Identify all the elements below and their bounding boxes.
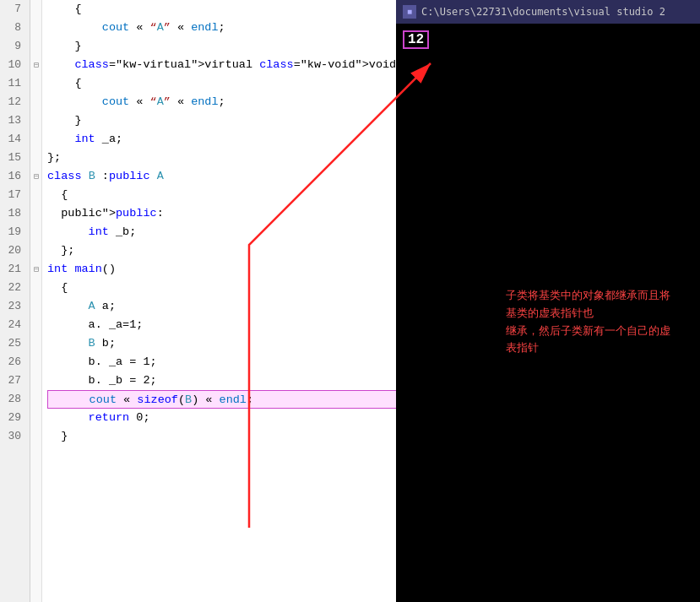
fold-button bbox=[30, 149, 42, 167]
line-number: 10 bbox=[0, 56, 24, 74]
fold-button bbox=[30, 74, 42, 93]
line-number: 27 bbox=[0, 372, 24, 390]
line-numbers: 7891011121314151617181920212223242526272… bbox=[0, 0, 30, 602]
code-line: B b; bbox=[47, 334, 405, 353]
fold-button bbox=[30, 241, 42, 260]
code-line: int _a; bbox=[47, 130, 405, 149]
line-number: 18 bbox=[0, 204, 24, 223]
line-number: 7 bbox=[0, 0, 24, 19]
code-line: } bbox=[47, 37, 405, 56]
fold-button bbox=[30, 372, 42, 390]
line-number: 24 bbox=[0, 316, 24, 334]
code-line: { bbox=[47, 0, 405, 19]
annotation-text: 子类将基类中的对象都继承而且将基类的虚表指针也 继承，然后子类新有一个自己的虚表… bbox=[506, 287, 675, 357]
code-line: }; bbox=[47, 241, 405, 260]
code-line: int main() bbox=[47, 260, 405, 279]
code-line: { bbox=[47, 186, 405, 204]
fold-button bbox=[30, 390, 42, 409]
line-number: 15 bbox=[0, 149, 24, 167]
fold-button[interactable]: ⊟ bbox=[30, 56, 42, 74]
code-line: public">public: bbox=[47, 204, 405, 223]
line-number: 20 bbox=[0, 241, 24, 260]
fold-column: ⊟⊟⊟ bbox=[30, 0, 42, 602]
fold-button bbox=[30, 279, 42, 297]
code-line: } bbox=[47, 111, 405, 130]
fold-button bbox=[30, 316, 42, 334]
fold-button bbox=[30, 353, 42, 372]
line-number: 26 bbox=[0, 353, 24, 372]
fold-button bbox=[30, 409, 42, 427]
code-editor: 7891011121314151617181920212223242526272… bbox=[0, 0, 405, 602]
line-number: 13 bbox=[0, 111, 24, 130]
fold-button bbox=[30, 186, 42, 204]
line-number: 30 bbox=[0, 427, 24, 446]
fold-button bbox=[30, 19, 42, 37]
line-number: 12 bbox=[0, 93, 24, 111]
fold-button bbox=[30, 427, 42, 446]
code-line: cout « “A” « endl; bbox=[47, 19, 405, 37]
terminal-titlebar: ■ C:\Users\22731\documents\visual studio… bbox=[396, 0, 700, 24]
line-number: 17 bbox=[0, 186, 24, 204]
fold-button bbox=[30, 297, 42, 316]
line-number: 16 bbox=[0, 167, 24, 186]
code-content: { cout « “A” « endl; } class="kw-virtual… bbox=[42, 0, 405, 602]
code-line: class B :public A bbox=[47, 167, 405, 186]
code-line: class="kw-virtual">virtual class="kw-voi… bbox=[47, 56, 405, 74]
code-line: int _b; bbox=[47, 223, 405, 241]
code-line: A a; bbox=[47, 297, 405, 316]
line-number: 21 bbox=[0, 260, 24, 279]
line-number: 28 bbox=[0, 390, 24, 409]
fold-button bbox=[30, 37, 42, 56]
line-number: 25 bbox=[0, 334, 24, 353]
code-line: } bbox=[47, 427, 405, 446]
fold-button bbox=[30, 334, 42, 353]
code-line: { bbox=[47, 74, 405, 93]
line-number: 9 bbox=[0, 37, 24, 56]
output-value: 12 bbox=[403, 30, 429, 49]
code-line: b. _a = 1; bbox=[47, 353, 405, 372]
fold-button bbox=[30, 223, 42, 241]
fold-button[interactable]: ⊟ bbox=[30, 260, 42, 279]
terminal-title: C:\Users\22731\documents\visual studio 2 bbox=[421, 6, 665, 18]
fold-button bbox=[30, 0, 42, 19]
terminal-icon: ■ bbox=[403, 5, 416, 19]
line-number: 22 bbox=[0, 279, 24, 297]
code-line: cout « sizeof(B) « endl; bbox=[47, 390, 405, 409]
code-line: return 0; bbox=[47, 409, 405, 427]
code-line: cout « “A” « endl; bbox=[47, 93, 405, 111]
code-line: a. _a=1; bbox=[47, 316, 405, 334]
code-line: }; bbox=[47, 149, 405, 167]
fold-button bbox=[30, 93, 42, 111]
code-line: { bbox=[47, 279, 405, 297]
line-number: 29 bbox=[0, 409, 24, 427]
fold-button bbox=[30, 204, 42, 223]
line-number: 19 bbox=[0, 223, 24, 241]
line-number: 14 bbox=[0, 130, 24, 149]
line-number: 8 bbox=[0, 19, 24, 37]
line-number: 11 bbox=[0, 74, 24, 93]
fold-button bbox=[30, 111, 42, 130]
line-number: 23 bbox=[0, 297, 24, 316]
fold-button bbox=[30, 130, 42, 149]
fold-button[interactable]: ⊟ bbox=[30, 167, 42, 186]
code-line: b. _b = 2; bbox=[47, 372, 405, 390]
